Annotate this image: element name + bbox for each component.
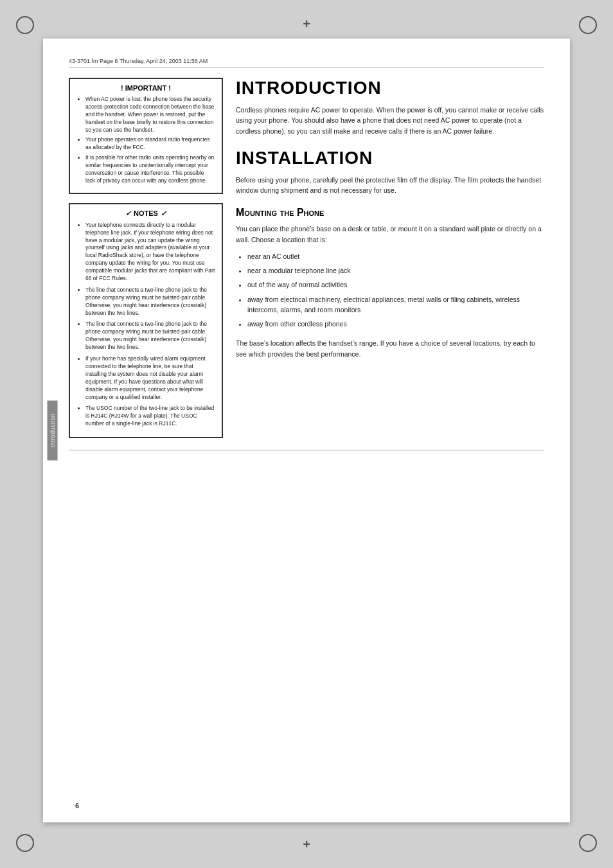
mounting-intro: You can place the phone’s base on a desk…	[236, 224, 544, 245]
range-body: The base’s location affects the handset’…	[236, 338, 544, 359]
installation-section: INSTALLATION Before using your phone, ca…	[236, 148, 544, 196]
installation-title: INSTALLATION	[236, 148, 544, 168]
document-page: Introduction 43-3701.fm Page 6 Thursday,…	[43, 39, 570, 822]
notes-label: NOTES	[134, 209, 158, 217]
notes-box: ✓ NOTES ✓ Your telephone connects direct…	[69, 203, 223, 438]
important-item-1: When AC power is lost, the phone loses t…	[85, 96, 215, 134]
introduction-body: Cordless phones require AC power to oper…	[236, 105, 544, 136]
notes-item-2: The line that connects a two-line phone …	[85, 287, 215, 317]
checkmark-right-icon: ✓	[161, 209, 166, 218]
installation-body: Before using your phone, carefully peel …	[236, 175, 544, 196]
important-item-3: It is possible for other radio units ope…	[85, 154, 215, 185]
reg-circle-br	[579, 834, 597, 852]
mounting-item-4: away from electrical machinery, electric…	[247, 294, 544, 315]
important-title: ! IMPORTANT !	[76, 84, 215, 92]
mounting-title: Mounting the Phone	[236, 207, 544, 218]
notes-title: ✓ NOTES ✓	[76, 209, 215, 218]
important-box: ! IMPORTANT ! When AC power is lost, the…	[69, 78, 223, 194]
reg-circle-tl	[16, 16, 34, 34]
crosshair-top	[299, 16, 314, 31]
notes-item-3: The line that connects a two-line phone …	[85, 321, 215, 351]
content-columns: ! IMPORTANT ! When AC power is lost, the…	[69, 78, 544, 445]
bottom-divider	[69, 450, 544, 450]
notes-list: Your telephone connects directly to a mo…	[76, 222, 215, 428]
right-column: INTRODUCTION Cordless phones require AC …	[236, 78, 544, 445]
important-list: When AC power is lost, the phone loses t…	[76, 96, 215, 185]
mounting-item-1: near an AC outlet	[247, 251, 544, 261]
mounting-item-3: out of the way of normal activities	[247, 279, 544, 290]
mounting-item-5: away from other cordless phones	[247, 319, 544, 329]
reg-circle-bl	[16, 834, 34, 852]
left-column: ! IMPORTANT ! When AC power is lost, the…	[69, 78, 223, 445]
page-container: Introduction 43-3701.fm Page 6 Thursday,…	[0, 0, 613, 868]
mounting-section: Mounting the Phone You can place the pho…	[236, 207, 544, 359]
crosshair-bottom	[299, 837, 314, 852]
side-tab: Introduction	[48, 400, 58, 460]
notes-item-4: If your home has specially wired alarm e…	[85, 355, 215, 401]
header-line: 43-3701.fm Page 6 Thursday, April 24, 20…	[69, 58, 544, 67]
mounting-item-2: near a modular telephone line jack	[247, 265, 544, 276]
checkmark-left-icon: ✓	[125, 209, 131, 218]
notes-item-1: Your telephone connects directly to a mo…	[85, 222, 215, 283]
notes-item-5: The USOC number of the two-line jack to …	[85, 405, 215, 428]
reg-circle-tr	[579, 16, 597, 34]
page-number: 6	[75, 802, 79, 810]
introduction-title: INTRODUCTION	[236, 78, 544, 98]
introduction-section: INTRODUCTION Cordless phones require AC …	[236, 78, 544, 136]
important-item-2: Your phone operates on standard radio fr…	[85, 136, 215, 152]
mounting-list: near an AC outlet near a modular telepho…	[236, 251, 544, 330]
